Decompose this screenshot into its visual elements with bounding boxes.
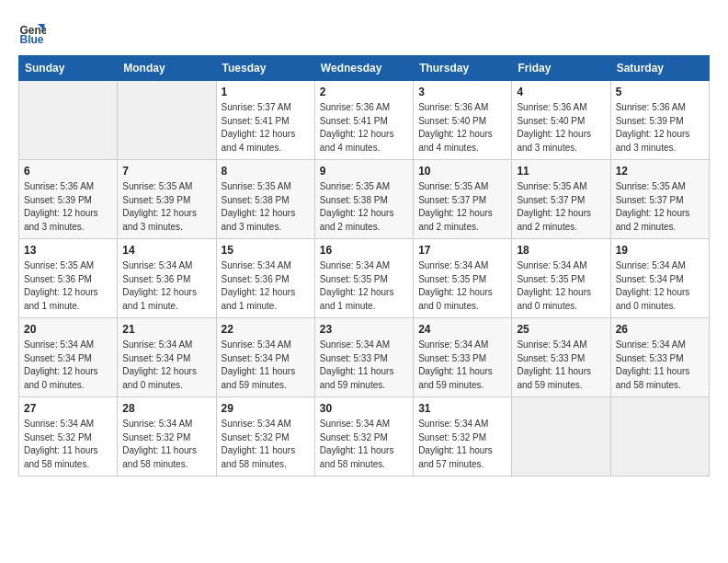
calendar-cell: 28Sunrise: 5:34 AM Sunset: 5:32 PM Dayli…: [118, 397, 216, 477]
calendar-cell: 19Sunrise: 5:34 AM Sunset: 5:34 PM Dayli…: [610, 239, 709, 318]
day-number: 18: [517, 244, 605, 257]
day-info: Sunrise: 5:34 AM Sunset: 5:34 PM Dayligh…: [616, 259, 704, 313]
calendar-cell: [19, 81, 118, 160]
weekday-header-cell: Tuesday: [216, 56, 314, 81]
calendar-cell: 24Sunrise: 5:34 AM Sunset: 5:33 PM Dayli…: [414, 318, 512, 397]
calendar-week-row: 27Sunrise: 5:34 AM Sunset: 5:32 PM Dayli…: [19, 397, 710, 477]
calendar-cell: 1Sunrise: 5:37 AM Sunset: 5:41 PM Daylig…: [216, 81, 314, 160]
day-number: 14: [122, 244, 210, 257]
calendar-cell: 2Sunrise: 5:36 AM Sunset: 5:41 PM Daylig…: [314, 81, 413, 160]
day-number: 27: [24, 402, 112, 415]
day-number: 29: [222, 402, 310, 415]
day-number: 30: [320, 402, 408, 415]
day-number: 9: [320, 165, 408, 178]
day-number: 26: [616, 323, 704, 336]
day-info: Sunrise: 5:34 AM Sunset: 5:33 PM Dayligh…: [517, 339, 605, 392]
day-info: Sunrise: 5:34 AM Sunset: 5:33 PM Dayligh…: [418, 339, 506, 392]
day-info: Sunrise: 5:34 AM Sunset: 5:36 PM Dayligh…: [122, 259, 210, 313]
day-info: Sunrise: 5:34 AM Sunset: 5:32 PM Dayligh…: [222, 418, 310, 471]
day-number: 13: [24, 244, 112, 257]
day-number: 2: [320, 86, 408, 98]
day-info: Sunrise: 5:34 AM Sunset: 5:32 PM Dayligh…: [418, 418, 506, 471]
calendar-cell: 26Sunrise: 5:34 AM Sunset: 5:33 PM Dayli…: [610, 318, 709, 397]
weekday-header-cell: Wednesday: [314, 56, 413, 81]
day-number: 19: [616, 244, 704, 257]
calendar-cell: 23Sunrise: 5:34 AM Sunset: 5:33 PM Dayli…: [314, 318, 413, 397]
page-header: General Blue: [18, 18, 710, 46]
calendar-week-row: 13Sunrise: 5:35 AM Sunset: 5:36 PM Dayli…: [19, 239, 710, 318]
day-info: Sunrise: 5:36 AM Sunset: 5:39 PM Dayligh…: [616, 101, 704, 155]
day-number: 20: [24, 323, 112, 336]
calendar-week-row: 1Sunrise: 5:37 AM Sunset: 5:41 PM Daylig…: [19, 81, 710, 160]
calendar-cell: 27Sunrise: 5:34 AM Sunset: 5:32 PM Dayli…: [19, 397, 118, 477]
calendar-cell: 13Sunrise: 5:35 AM Sunset: 5:36 PM Dayli…: [19, 239, 118, 318]
calendar-cell: 10Sunrise: 5:35 AM Sunset: 5:37 PM Dayli…: [414, 160, 512, 239]
day-info: Sunrise: 5:34 AM Sunset: 5:34 PM Dayligh…: [122, 339, 210, 392]
day-info: Sunrise: 5:34 AM Sunset: 5:34 PM Dayligh…: [222, 339, 310, 392]
day-info: Sunrise: 5:36 AM Sunset: 5:40 PM Dayligh…: [517, 101, 605, 155]
day-info: Sunrise: 5:35 AM Sunset: 5:39 PM Dayligh…: [122, 180, 210, 234]
calendar-cell: [610, 397, 709, 477]
day-number: 15: [222, 244, 310, 257]
day-info: Sunrise: 5:34 AM Sunset: 5:33 PM Dayligh…: [320, 339, 408, 392]
calendar-cell: 12Sunrise: 5:35 AM Sunset: 5:37 PM Dayli…: [610, 160, 709, 239]
day-info: Sunrise: 5:34 AM Sunset: 5:32 PM Dayligh…: [320, 418, 408, 471]
weekday-header-cell: Thursday: [414, 56, 512, 81]
day-info: Sunrise: 5:35 AM Sunset: 5:36 PM Dayligh…: [24, 259, 112, 313]
day-number: 31: [418, 402, 506, 415]
day-number: 16: [320, 244, 408, 257]
calendar-cell: [512, 397, 610, 477]
logo-icon: General Blue: [18, 18, 46, 46]
calendar-cell: 29Sunrise: 5:34 AM Sunset: 5:32 PM Dayli…: [216, 397, 314, 477]
day-info: Sunrise: 5:35 AM Sunset: 5:37 PM Dayligh…: [616, 180, 704, 234]
day-number: 3: [418, 86, 506, 98]
weekday-header-cell: Sunday: [19, 56, 118, 81]
calendar-cell: 15Sunrise: 5:34 AM Sunset: 5:36 PM Dayli…: [216, 239, 314, 318]
day-number: 1: [222, 86, 310, 98]
calendar-table: SundayMondayTuesdayWednesdayThursdayFrid…: [18, 55, 710, 477]
weekday-header-cell: Saturday: [610, 56, 709, 81]
calendar-cell: 11Sunrise: 5:35 AM Sunset: 5:37 PM Dayli…: [512, 160, 610, 239]
calendar-cell: 17Sunrise: 5:34 AM Sunset: 5:35 PM Dayli…: [414, 239, 512, 318]
day-number: 21: [122, 323, 210, 336]
calendar-cell: 9Sunrise: 5:35 AM Sunset: 5:38 PM Daylig…: [314, 160, 413, 239]
day-info: Sunrise: 5:34 AM Sunset: 5:35 PM Dayligh…: [320, 259, 408, 313]
day-info: Sunrise: 5:36 AM Sunset: 5:39 PM Dayligh…: [24, 180, 112, 234]
calendar-cell: 6Sunrise: 5:36 AM Sunset: 5:39 PM Daylig…: [19, 160, 118, 239]
day-number: 5: [616, 86, 704, 98]
svg-text:Blue: Blue: [20, 33, 44, 46]
calendar-week-row: 20Sunrise: 5:34 AM Sunset: 5:34 PM Dayli…: [19, 318, 710, 397]
calendar-cell: 7Sunrise: 5:35 AM Sunset: 5:39 PM Daylig…: [118, 160, 216, 239]
day-number: 6: [24, 165, 112, 178]
calendar-cell: 5Sunrise: 5:36 AM Sunset: 5:39 PM Daylig…: [610, 81, 709, 160]
day-info: Sunrise: 5:34 AM Sunset: 5:35 PM Dayligh…: [418, 259, 506, 313]
calendar-cell: 18Sunrise: 5:34 AM Sunset: 5:35 PM Dayli…: [512, 239, 610, 318]
day-number: 23: [320, 323, 408, 336]
calendar-cell: 4Sunrise: 5:36 AM Sunset: 5:40 PM Daylig…: [512, 81, 610, 160]
day-info: Sunrise: 5:34 AM Sunset: 5:32 PM Dayligh…: [24, 418, 112, 471]
day-number: 10: [418, 165, 506, 178]
day-number: 28: [122, 402, 210, 415]
day-number: 7: [122, 165, 210, 178]
day-info: Sunrise: 5:34 AM Sunset: 5:36 PM Dayligh…: [222, 259, 310, 313]
day-number: 25: [517, 323, 605, 336]
day-info: Sunrise: 5:35 AM Sunset: 5:37 PM Dayligh…: [517, 180, 605, 234]
calendar-cell: 20Sunrise: 5:34 AM Sunset: 5:34 PM Dayli…: [19, 318, 118, 397]
day-info: Sunrise: 5:34 AM Sunset: 5:32 PM Dayligh…: [122, 418, 210, 471]
calendar-cell: 16Sunrise: 5:34 AM Sunset: 5:35 PM Dayli…: [314, 239, 413, 318]
day-info: Sunrise: 5:37 AM Sunset: 5:41 PM Dayligh…: [222, 101, 310, 155]
calendar-cell: 21Sunrise: 5:34 AM Sunset: 5:34 PM Dayli…: [118, 318, 216, 397]
day-number: 12: [616, 165, 704, 178]
day-number: 8: [222, 165, 310, 178]
day-info: Sunrise: 5:35 AM Sunset: 5:38 PM Dayligh…: [222, 180, 310, 234]
weekday-header-cell: Friday: [512, 56, 610, 81]
day-number: 24: [418, 323, 506, 336]
day-info: Sunrise: 5:34 AM Sunset: 5:33 PM Dayligh…: [616, 339, 704, 392]
calendar-cell: 14Sunrise: 5:34 AM Sunset: 5:36 PM Dayli…: [118, 239, 216, 318]
weekday-header-row: SundayMondayTuesdayWednesdayThursdayFrid…: [19, 56, 710, 81]
calendar-cell: 3Sunrise: 5:36 AM Sunset: 5:40 PM Daylig…: [414, 81, 512, 160]
calendar-body: 1Sunrise: 5:37 AM Sunset: 5:41 PM Daylig…: [19, 81, 710, 477]
day-number: 4: [517, 86, 605, 98]
calendar-cell: 30Sunrise: 5:34 AM Sunset: 5:32 PM Dayli…: [314, 397, 413, 477]
day-info: Sunrise: 5:36 AM Sunset: 5:40 PM Dayligh…: [418, 101, 506, 155]
